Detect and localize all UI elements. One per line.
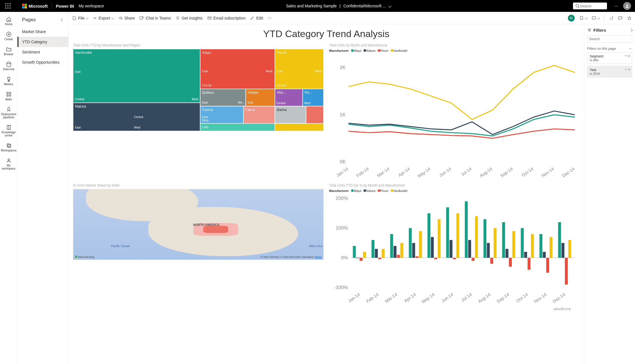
nav-learn[interactable]: Knowledge center — [0, 123, 17, 139]
map-visual[interactable]: NORTH AMERICA Pacific Ocean Atlan Oce Mi… — [73, 189, 324, 260]
svg-rect-65 — [412, 243, 415, 258]
filters-section-more-icon[interactable]: ⋯ — [629, 47, 632, 51]
svg-text:1K: 1K — [340, 112, 346, 117]
favorite-button[interactable] — [627, 16, 632, 20]
workspace-breadcrumb[interactable]: My workspace — [79, 4, 104, 8]
svg-text:-100%: -100% — [334, 285, 348, 290]
filter-search-input[interactable] — [589, 37, 632, 41]
page-tab-ytd-category[interactable]: YTD Category — [18, 37, 68, 47]
filter-icon — [587, 28, 592, 33]
nav-myworkspace[interactable]: My workspace — [0, 156, 17, 172]
legend-item-natura[interactable]: Natura — [364, 189, 375, 192]
top-bar: Microsoft Power BI My workspace Sales an… — [0, 0, 635, 12]
svg-rect-61 — [397, 255, 400, 258]
share-button[interactable]: Share — [118, 16, 135, 20]
line-chart-visual[interactable]: 0K1K2KJan-14Feb-14Mar-14Apr-14May-14Jun-… — [329, 53, 580, 179]
filters-pane: Filters Filters on this page⋯ Segmentis … — [584, 24, 635, 364]
svg-rect-86 — [490, 258, 493, 264]
chevron-down-icon — [86, 17, 88, 19]
pencil-icon — [250, 16, 255, 20]
legend-item-aliqui[interactable]: Aliqui — [351, 189, 361, 192]
chevron-down-icon[interactable] — [388, 4, 391, 7]
map-terms-link[interactable]: Terms — [315, 256, 322, 258]
nav-metrics[interactable]: Metrics — [0, 75, 17, 87]
svg-rect-89 — [502, 222, 505, 258]
svg-rect-54 — [371, 240, 374, 258]
line-legend: ManufacturerAliquiNaturaPirumVanArsdel — [329, 49, 580, 52]
svg-rect-97 — [531, 234, 534, 258]
svg-rect-81 — [471, 258, 474, 261]
global-search[interactable] — [573, 3, 607, 9]
comment-button[interactable] — [618, 16, 623, 20]
svg-rect-72 — [437, 219, 440, 258]
product-label[interactable]: Power BI — [56, 4, 74, 8]
svg-text:May-14: May-14 — [421, 292, 435, 304]
legend-item-aliqui[interactable]: Aliqui — [351, 49, 361, 52]
bar-chart-visual[interactable]: -100%0%100%200%Jan-14Feb-14Mar-14Apr-14M… — [329, 194, 580, 304]
svg-rect-21 — [8, 145, 11, 147]
app-launcher-icon[interactable] — [5, 3, 11, 9]
legend-item-natura[interactable]: Natura — [364, 49, 375, 52]
filter-card-year[interactable]: Yearis 2014 ⊘ — [587, 66, 632, 77]
filter-search[interactable] — [587, 35, 632, 43]
page-tab-sentiment[interactable]: Sentiment — [18, 47, 68, 57]
svg-rect-52 — [363, 252, 366, 258]
svg-text:Apr-14: Apr-14 — [403, 292, 417, 303]
svg-rect-92 — [512, 231, 515, 258]
nav-browse[interactable]: Browse — [0, 45, 17, 57]
treemap-visual[interactable]: VanArsdel East Central West Natura East … — [73, 49, 324, 131]
svg-rect-90 — [505, 249, 508, 258]
svg-rect-71 — [434, 258, 437, 259]
page-tab-growth-opportunities[interactable]: Growth Opportunities — [18, 57, 68, 67]
svg-rect-66 — [416, 256, 418, 258]
collapse-pages-icon[interactable] — [61, 18, 64, 21]
user-avatar[interactable] — [623, 2, 631, 10]
nav-create[interactable]: Create — [0, 30, 17, 42]
title-separator: | — [339, 4, 341, 8]
page-tab-market-share[interactable]: Market Share — [18, 27, 68, 37]
bookmark-button[interactable] — [579, 16, 587, 20]
pages-header: Pages — [22, 17, 36, 23]
svg-text:Dec-14: Dec-14 — [552, 292, 566, 304]
svg-rect-100 — [543, 252, 546, 258]
filters-header: Filters — [593, 28, 606, 33]
reset-button[interactable] — [568, 15, 575, 22]
chat-teams-button[interactable]: Chat in Teams — [139, 16, 171, 20]
legend-item-vanarsdel[interactable]: VanArsdel — [391, 49, 407, 52]
report-title[interactable]: Sales and Marketing Sample — [286, 4, 337, 8]
more-options-icon[interactable]: ⋯ — [614, 4, 618, 8]
svg-rect-84 — [483, 219, 486, 258]
lightbulb-icon — [176, 16, 180, 20]
svg-point-3 — [5, 5, 7, 7]
edit-button[interactable]: Edit — [250, 16, 263, 20]
svg-text:Oct-14: Oct-14 — [515, 292, 529, 303]
report-toolbar: File Export Share Chat in Teams Get insi… — [69, 12, 635, 24]
svg-rect-60 — [394, 246, 396, 258]
nav-deployment[interactable]: Deployment pipelines — [0, 105, 17, 121]
insights-button[interactable]: Get insights — [176, 16, 203, 20]
collapse-filters-icon[interactable] — [629, 29, 632, 32]
sensitivity-label[interactable]: Confidential\Microsoft ... — [343, 4, 386, 8]
share-icon — [118, 16, 123, 20]
nav-workspaces[interactable]: Workspaces — [0, 141, 17, 154]
view-button[interactable] — [592, 16, 600, 20]
nav-home[interactable]: Home — [0, 15, 17, 27]
svg-rect-101 — [546, 258, 549, 273]
legend-item-vanarsdel[interactable]: VanArsdel — [391, 189, 407, 192]
more-toolbar-icon[interactable]: ⋯ — [268, 16, 271, 20]
legend-item-pirum[interactable]: Pirum — [378, 189, 388, 192]
database-icon — [6, 61, 12, 67]
svg-text:Feb-14: Feb-14 — [355, 166, 369, 178]
legend-item-pirum[interactable]: Pirum — [378, 49, 388, 52]
filter-card-segment[interactable]: Segmentis (All) ⊘ — [587, 52, 632, 64]
svg-rect-104 — [558, 222, 561, 258]
nav-datahub[interactable]: Data hub — [0, 60, 17, 72]
search-input[interactable] — [580, 4, 602, 8]
file-menu[interactable]: File — [72, 16, 88, 20]
refresh-button[interactable] — [609, 16, 613, 20]
export-menu[interactable]: Export — [93, 16, 114, 20]
svg-rect-50 — [356, 258, 359, 258]
nav-apps[interactable]: Apps — [0, 90, 17, 102]
svg-point-22 — [8, 159, 10, 160]
email-button[interactable]: Email subscription — [207, 16, 246, 20]
